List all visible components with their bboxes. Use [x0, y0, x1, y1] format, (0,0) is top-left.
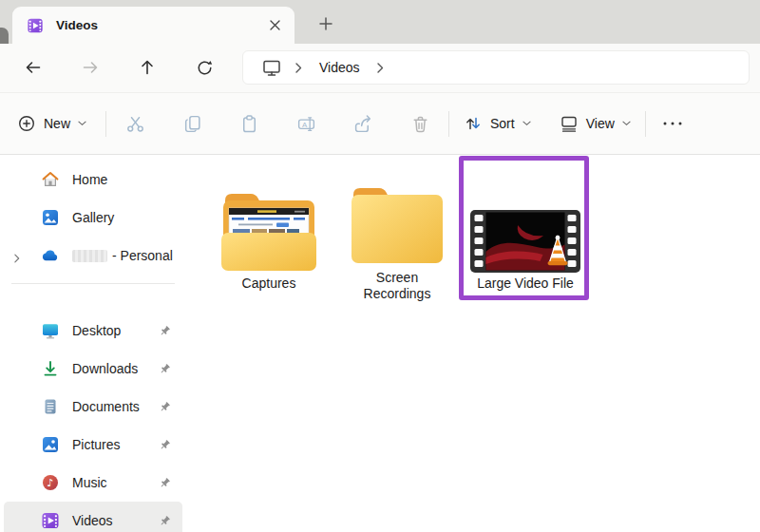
onedrive-cloud-icon: [40, 246, 60, 266]
svg-text:♪: ♪: [47, 477, 53, 489]
videos-icon: [40, 511, 60, 531]
videos-icon: [27, 17, 44, 34]
chevron-down-icon: [522, 121, 531, 126]
close-tab-icon[interactable]: [262, 13, 287, 38]
breadcrumb-location[interactable]: Videos: [319, 60, 360, 75]
sidebar-item-label: Gallery: [72, 210, 114, 225]
desktop-icon: [40, 321, 60, 341]
sidebar-item-documents[interactable]: Documents: [4, 388, 182, 426]
pin-icon: [159, 363, 171, 375]
paste-button[interactable]: [220, 114, 277, 134]
copy-button[interactable]: [163, 114, 220, 134]
sidebar-item-gallery[interactable]: Gallery: [4, 199, 182, 237]
delete-button[interactable]: [391, 114, 448, 134]
chevron-right-icon: [291, 63, 306, 73]
redacted-account-name: [72, 250, 107, 262]
rename-button[interactable]: A: [277, 114, 334, 134]
sidebar-item-label: Downloads: [72, 361, 138, 376]
sidebar-item-downloads[interactable]: Downloads: [4, 350, 182, 388]
file-item-large-video-file[interactable]: Large Video File: [463, 158, 588, 302]
home-icon: [40, 170, 60, 190]
sidebar-item-desktop[interactable]: Desktop: [4, 312, 182, 350]
new-button[interactable]: New: [17, 114, 105, 133]
view-button-label: View: [586, 116, 615, 131]
file-tiles-row: Captures S: [206, 158, 588, 302]
view-icon: [560, 114, 579, 133]
file-explorer-window: Videos: [0, 0, 760, 532]
downloads-icon: [40, 359, 60, 379]
see-more-button[interactable]: [646, 121, 699, 126]
file-label: Screen Recordings: [351, 270, 444, 302]
sidebar-item-label: Documents: [72, 399, 140, 414]
sidebar-divider: [11, 283, 175, 284]
folder-item-screen-recordings[interactable]: Screen Recordings: [334, 158, 460, 302]
sidebar-item-pictures[interactable]: Pictures: [4, 426, 182, 464]
gallery-icon: [40, 208, 60, 228]
sort-icon: [464, 114, 483, 133]
pictures-icon: [40, 435, 60, 455]
sidebar-item-label: Pictures: [72, 437, 121, 452]
chevron-down-icon: [622, 121, 631, 126]
svg-text:A: A: [301, 120, 307, 128]
up-button[interactable]: [131, 51, 163, 84]
navigation-pane: Home Gallery: [0, 156, 186, 532]
folder-icon: [348, 158, 446, 270]
background-window-edge: [0, 28, 9, 44]
navigation-bar: Videos: [0, 44, 760, 92]
new-tab-button[interactable]: [312, 10, 340, 36]
pin-icon: [159, 325, 171, 337]
cut-button[interactable]: [106, 114, 163, 134]
tab-title: Videos: [56, 18, 98, 32]
sidebar-item-label: Videos: [72, 513, 113, 528]
music-icon: ♪: [40, 473, 60, 493]
share-button[interactable]: [334, 114, 391, 134]
sidebar-item-videos[interactable]: Videos: [4, 502, 182, 532]
new-button-label: New: [44, 116, 70, 131]
chevron-down-icon: [78, 121, 86, 126]
sort-button-label: Sort: [490, 116, 515, 131]
sort-button[interactable]: Sort: [449, 114, 545, 133]
sidebar-item-label: Home: [72, 172, 107, 187]
sidebar-item-label: Desktop: [72, 323, 121, 338]
file-label: Large Video File: [477, 276, 574, 292]
sidebar-item-music[interactable]: ♪ Music: [4, 464, 182, 502]
sidebar-item-label: Music: [72, 475, 107, 490]
file-list-area: Captures S: [186, 156, 760, 532]
documents-icon: [40, 397, 60, 417]
command-toolbar: New A: [0, 92, 760, 155]
sidebar-item-home[interactable]: Home: [4, 161, 182, 199]
chevron-expand-icon[interactable]: [14, 250, 20, 267]
folder-icon: [219, 158, 318, 276]
pin-icon: [159, 439, 171, 451]
tab-bar: Videos: [0, 0, 760, 44]
see-more-icon: [662, 121, 683, 126]
pin-icon: [159, 401, 171, 413]
video-thumbnail: [470, 158, 580, 276]
folder-item-captures[interactable]: Captures: [206, 158, 332, 302]
file-label: Captures: [242, 276, 296, 292]
sidebar-item-label: - Personal: [72, 248, 173, 263]
forward-button[interactable]: [74, 51, 106, 84]
this-pc-monitor-icon[interactable]: [261, 58, 282, 77]
pin-icon: [159, 477, 171, 489]
back-button[interactable]: [17, 51, 49, 84]
tab-videos[interactable]: Videos: [12, 7, 294, 44]
refresh-button[interactable]: [188, 51, 220, 84]
window-body: Home Gallery: [0, 156, 760, 532]
address-bar[interactable]: Videos: [242, 50, 750, 85]
view-button[interactable]: View: [545, 114, 645, 133]
sidebar-item-onedrive-personal[interactable]: - Personal: [4, 237, 182, 275]
new-plus-icon: [17, 114, 36, 133]
pin-icon: [159, 515, 171, 527]
chevron-right-icon[interactable]: [373, 63, 389, 73]
